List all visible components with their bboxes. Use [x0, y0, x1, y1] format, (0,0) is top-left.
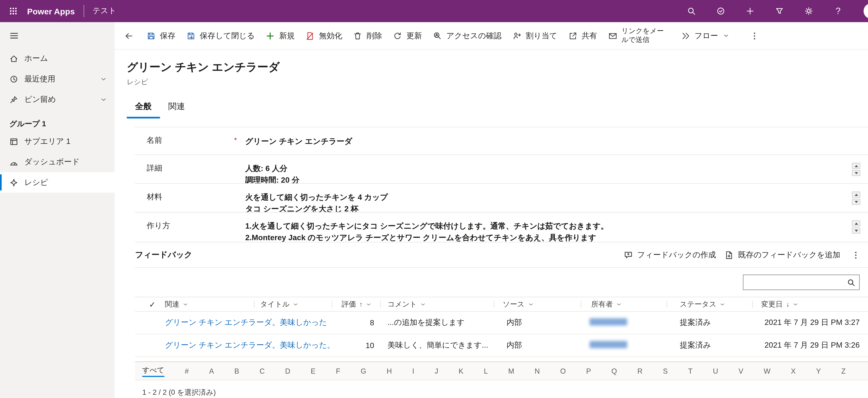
- flow-button[interactable]: フロー: [676, 26, 735, 46]
- chevron-down-icon[interactable]: [616, 302, 622, 307]
- sidebar-item-home[interactable]: ホーム: [0, 48, 115, 69]
- column-header-owner[interactable]: 所有者: [581, 297, 667, 311]
- jump-letter[interactable]: L: [484, 367, 488, 375]
- scroll-up-button[interactable]: [852, 191, 860, 197]
- jump-letter[interactable]: H: [386, 367, 392, 375]
- hamburger-menu-icon[interactable]: [0, 22, 22, 40]
- user-avatar[interactable]: [864, 3, 868, 19]
- chevron-down-icon[interactable]: [793, 302, 798, 307]
- chevron-down-icon[interactable]: [366, 302, 372, 307]
- jump-letter[interactable]: T: [688, 367, 692, 375]
- jump-letter[interactable]: A: [209, 367, 214, 375]
- name-field-value[interactable]: グリーン チキン エンチラーダ: [238, 127, 868, 155]
- jump-letter[interactable]: #: [185, 367, 189, 375]
- add-existing-feedback-button[interactable]: 既存のフィードバックを追加: [725, 250, 840, 260]
- search-icon[interactable]: [847, 278, 855, 286]
- related-record-link[interactable]: グリーン チキン エンチラーダ。美味しかった: [165, 318, 327, 327]
- chevron-down-icon[interactable]: [720, 302, 725, 307]
- brand-title[interactable]: Power Apps: [27, 6, 75, 16]
- email-link-button[interactable]: リンクをメールで送信: [603, 26, 676, 46]
- grid-search-input[interactable]: [747, 278, 847, 286]
- jump-all-selected[interactable]: すべて: [142, 365, 164, 377]
- ingredients-field-value[interactable]: 火を通して細く切ったチキンを 4 カップ タコ シーズニングを大さじ 2 杯: [238, 184, 868, 212]
- directions-field-value[interactable]: 1.火を通して細く切ったチキンにタコ シーズニングで味付けします。通常、チキンは…: [238, 213, 868, 242]
- column-header-source[interactable]: ソース: [494, 297, 581, 311]
- check-access-button[interactable]: アクセスの確認: [428, 26, 507, 46]
- related-record-link[interactable]: グリーン チキン エンチラーダ。美味しかった。: [165, 340, 335, 349]
- select-all-column-header[interactable]: ✓: [135, 297, 161, 311]
- assign-button[interactable]: 割り当て: [507, 26, 563, 46]
- add-icon[interactable]: [744, 5, 756, 17]
- feedback-row[interactable]: グリーン チキン エンチラーダ。美味しかった 8 ...の追加を提案します 内部…: [135, 312, 868, 334]
- chevron-down-icon[interactable]: [293, 302, 299, 307]
- jump-letter[interactable]: Q: [611, 367, 617, 375]
- create-feedback-button[interactable]: フィードバックの作成: [624, 250, 716, 260]
- help-icon[interactable]: ?: [832, 5, 844, 17]
- sidebar-item-recent[interactable]: 最近使用: [0, 69, 115, 89]
- chevron-down-icon[interactable]: [100, 75, 107, 82]
- jump-letter[interactable]: P: [586, 367, 591, 375]
- related-cell: グリーン チキン エンチラーダ。美味しかった: [161, 318, 255, 328]
- more-vertical-icon[interactable]: [849, 250, 862, 259]
- scroll-up-button[interactable]: [852, 220, 860, 226]
- delete-button[interactable]: 削除: [348, 26, 388, 46]
- circle-check-icon[interactable]: [715, 5, 727, 17]
- column-header-status[interactable]: ステータス: [667, 297, 753, 311]
- feedback-row[interactable]: グリーン チキン エンチラーダ。美味しかった。 10 美味しく、簡単にできます.…: [135, 334, 868, 357]
- jump-letter[interactable]: X: [791, 367, 796, 375]
- jump-letter[interactable]: K: [459, 367, 463, 375]
- column-header-comment[interactable]: コメント: [381, 297, 494, 311]
- chevron-down-icon[interactable]: [100, 96, 107, 103]
- new-button[interactable]: 新規: [260, 26, 300, 46]
- jump-letter[interactable]: M: [508, 367, 514, 375]
- tab-related[interactable]: 関連: [160, 98, 193, 118]
- jump-letter[interactable]: U: [713, 367, 718, 375]
- jump-letter[interactable]: R: [637, 367, 643, 375]
- jump-letter[interactable]: G: [361, 367, 366, 375]
- jump-letter[interactable]: I: [412, 367, 414, 375]
- chevron-down-icon[interactable]: [183, 302, 188, 307]
- search-icon[interactable]: [685, 5, 698, 17]
- refresh-button[interactable]: 更新: [388, 26, 428, 46]
- app-launcher-icon[interactable]: [7, 5, 19, 17]
- tab-general[interactable]: 全般: [127, 98, 160, 118]
- scroll-up-button[interactable]: [852, 163, 860, 169]
- scroll-down-button[interactable]: [852, 227, 860, 234]
- jump-letter[interactable]: O: [560, 367, 566, 375]
- jump-letter[interactable]: N: [534, 367, 539, 375]
- more-commands-button[interactable]: [745, 26, 765, 46]
- sidebar-item-pinned[interactable]: ピン留め: [0, 89, 115, 110]
- sidebar-item-recipes[interactable]: レシピ: [0, 172, 115, 193]
- jump-letter[interactable]: V: [739, 367, 743, 375]
- jump-letter[interactable]: D: [285, 367, 290, 375]
- chevron-down-icon[interactable]: [528, 302, 533, 307]
- jump-letter[interactable]: S: [663, 367, 668, 375]
- column-header-related[interactable]: 関連: [161, 297, 255, 311]
- grid-search-box[interactable]: [743, 275, 860, 290]
- scroll-down-button[interactable]: [852, 170, 860, 176]
- column-header-title[interactable]: タイトル: [255, 297, 332, 311]
- jump-letter[interactable]: Y: [816, 367, 821, 375]
- save-button[interactable]: 保存: [141, 26, 181, 46]
- jump-letter[interactable]: F: [336, 367, 340, 375]
- details-field-value[interactable]: 人数: 6 人分 調理時間: 20 分: [238, 155, 868, 183]
- deactivate-button[interactable]: 無効化: [300, 26, 348, 46]
- jump-letter[interactable]: C: [259, 367, 265, 375]
- save-and-close-button[interactable]: 保存して閉じる: [181, 26, 260, 46]
- jump-letter[interactable]: E: [311, 367, 316, 375]
- scroll-down-button[interactable]: [852, 198, 860, 205]
- column-header-modified[interactable]: 変更日 ↓: [753, 297, 868, 311]
- chevron-down-icon[interactable]: [420, 302, 426, 307]
- filter-icon[interactable]: [773, 5, 785, 17]
- jump-letter[interactable]: W: [764, 367, 771, 375]
- app-name[interactable]: テスト: [93, 6, 117, 16]
- sidebar-item-dashboard[interactable]: ダッシュボード: [0, 152, 115, 172]
- jump-letter[interactable]: J: [435, 367, 438, 375]
- jump-letter[interactable]: B: [235, 367, 239, 375]
- share-button[interactable]: 共有: [563, 26, 603, 46]
- jump-letter[interactable]: Z: [841, 367, 846, 375]
- column-header-rating[interactable]: 評価 ↑: [332, 297, 381, 311]
- sidebar-item-subarea-1[interactable]: サブエリア 1: [0, 131, 115, 152]
- settings-gear-icon[interactable]: [803, 5, 815, 17]
- back-button[interactable]: [118, 26, 140, 46]
